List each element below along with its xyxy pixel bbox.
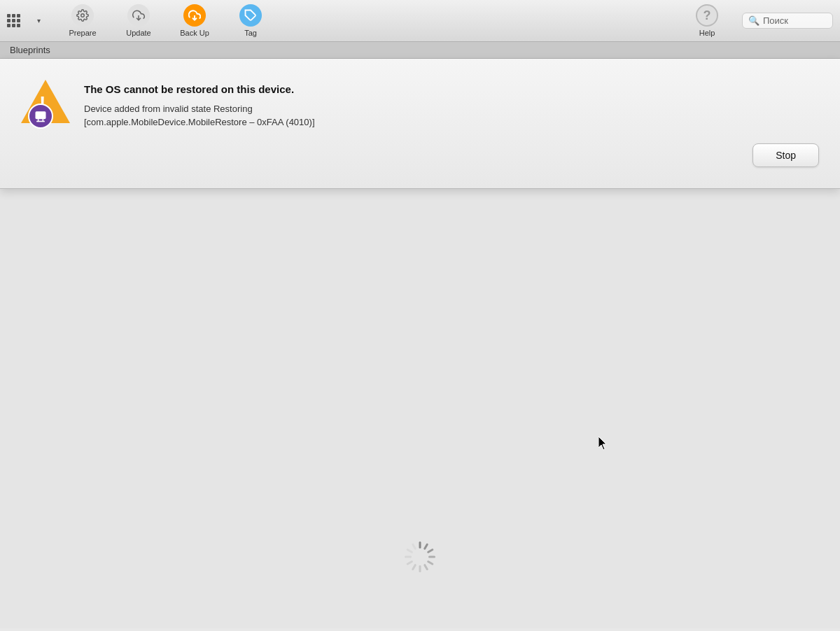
chevron-down-icon[interactable]: ▾: [37, 17, 41, 24]
prepare-icon: [71, 4, 94, 27]
svg-rect-4: [36, 111, 46, 119]
tag-label: Tag: [244, 29, 257, 37]
svg-point-0: [81, 14, 85, 17]
backup-label: Back Up: [180, 29, 209, 37]
tag-button[interactable]: Tag: [230, 1, 272, 40]
prepare-button[interactable]: Prepare: [62, 1, 104, 40]
device-icon: [28, 104, 53, 129]
spoke-7: [419, 565, 421, 572]
loading-spinner: [405, 541, 435, 572]
search-box[interactable]: 🔍 Поиск: [742, 13, 833, 29]
update-button[interactable]: Update: [118, 1, 160, 40]
alert-panel: The OS cannot be restored on this device…: [0, 59, 840, 189]
spoke-2: [424, 543, 429, 550]
alert-icon-container: [21, 80, 70, 129]
spoke-6: [424, 564, 429, 571]
spoke-10: [405, 556, 412, 558]
alert-message: Device added from invalid state Restorin…: [84, 102, 819, 129]
blueprints-bar: Blueprints: [0, 42, 840, 59]
update-icon: [127, 4, 150, 27]
cursor: [598, 437, 607, 451]
search-placeholder: Поиск: [763, 15, 788, 26]
grid-icon: [7, 14, 20, 27]
help-icon: ?: [696, 4, 718, 27]
backup-icon: [183, 4, 206, 27]
spoke-4: [428, 556, 435, 558]
update-label: Update: [126, 29, 150, 37]
alert-message-line2: [com.apple.MobileDevice.MobileRestore – …: [84, 117, 315, 127]
alert-text: The OS cannot be restored on this device…: [84, 80, 819, 129]
tag-icon: [239, 4, 262, 27]
spoke-12: [412, 543, 417, 550]
alert-footer: Stop: [21, 143, 819, 167]
spoke-1: [419, 541, 421, 548]
alert-title: The OS cannot be restored on this device…: [84, 83, 819, 97]
blueprints-label: Blueprints: [10, 45, 50, 55]
help-button[interactable]: ? Help: [686, 1, 728, 40]
spoke-11: [406, 548, 413, 554]
spoke-9: [406, 560, 413, 566]
spoke-8: [412, 564, 417, 571]
alert-message-line1: Device added from invalid state Restorin…: [84, 104, 253, 114]
spoke-5: [427, 560, 434, 566]
search-icon: 🔍: [748, 15, 760, 26]
backup-button[interactable]: Back Up: [174, 1, 216, 40]
help-label: Help: [699, 29, 715, 37]
stop-button[interactable]: Stop: [752, 143, 819, 167]
toolbar: ▾ Prepare Update Back Up: [0, 0, 840, 42]
spoke-3: [427, 548, 434, 554]
main-content: The OS cannot be restored on this device…: [0, 59, 840, 628]
prepare-label: Prepare: [69, 29, 96, 37]
